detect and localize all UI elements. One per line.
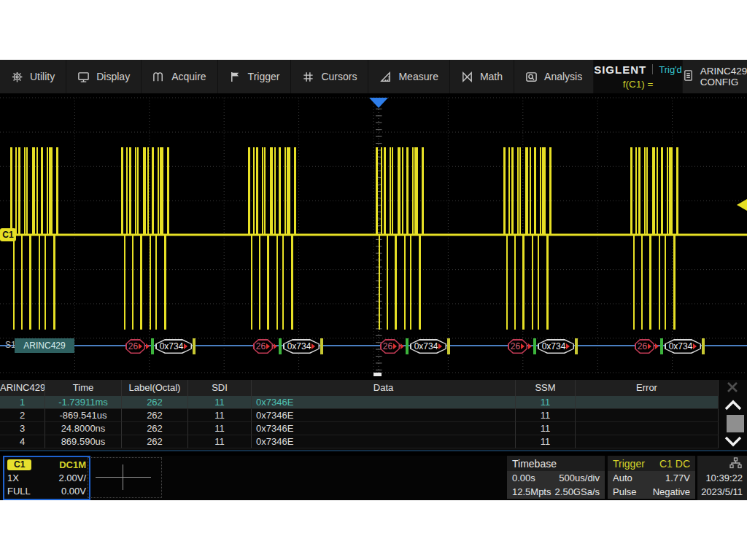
config-label: ARINC429 CONFIG <box>700 66 747 88</box>
trigger-source: C1 DC <box>659 458 690 470</box>
trigger-level: 1.77V <box>665 472 690 483</box>
frame-start-bracket <box>151 338 154 354</box>
menu-item-label: Display <box>96 71 130 82</box>
siglent-logo: SIGLENT <box>594 63 646 76</box>
truncation-arrow-icon <box>393 343 397 349</box>
frame-start-bracket <box>406 338 409 354</box>
menu-item-display[interactable]: Display <box>66 60 142 93</box>
menu-item-math[interactable]: Math <box>450 60 514 93</box>
channel1-box[interactable]: C1 DC1M 1X 2.00V/ FULL 0.00V <box>3 456 90 500</box>
trigger-mode: Auto <box>613 472 632 483</box>
plus-icon <box>96 477 151 478</box>
add-channel-placeholder[interactable] <box>88 457 162 498</box>
column-header-arinc429: ARINC429 <box>0 380 45 396</box>
decode-bus-badge[interactable]: ARINC429 <box>15 338 74 353</box>
table-row[interactable]: 324.8000ns262110x7346E11 <box>0 422 719 435</box>
channel1-offset: 0.00V <box>61 486 86 497</box>
status-bar: C1 DC1M 1X 2.00V/ FULL 0.00V Timebase <box>0 456 747 500</box>
arinc429-config-button[interactable]: ARINC429 CONFIG <box>683 60 747 93</box>
table-cell <box>576 409 719 422</box>
menu-item-label: Measure <box>398 71 438 82</box>
timebase-delay: 0.00s <box>512 472 535 483</box>
channel1-badge: C1 <box>7 459 31 470</box>
timebase-panel[interactable]: Timebase 0.00s 500us/div 12.5Mpts 2.50GS… <box>507 456 605 500</box>
frame-data-capsule: 0x734 <box>283 339 320 354</box>
table-cell: 11 <box>516 435 576 448</box>
frame-label-octagon: 26 <box>253 339 273 354</box>
frame-end-bracket <box>575 338 578 354</box>
table-cell: 262 <box>122 409 188 422</box>
table-cell: -869.541us <box>45 409 122 422</box>
channel1-offset-marker[interactable]: C1 <box>0 228 16 241</box>
table-bottom-divider <box>0 450 747 451</box>
decode-table-body: 1-1.73911ms262110x7346E112-869.541us2621… <box>0 396 747 448</box>
table-cell: 0x7346E <box>252 435 516 448</box>
table-row[interactable]: 1-1.73911ms262110x7346E11 <box>0 396 719 409</box>
truncation-arrow-icon <box>274 343 277 349</box>
truncation-arrow-icon <box>655 343 659 349</box>
truncation-arrow-icon <box>184 343 187 349</box>
table-cell: 4 <box>0 435 45 448</box>
truncation-arrow-icon <box>400 343 404 349</box>
frame-end-bracket <box>702 338 705 354</box>
channel1-attenuation: 1X <box>7 472 19 483</box>
flag-icon <box>229 71 241 83</box>
menu-item-measure[interactable]: Measure <box>368 60 449 93</box>
table-cell: 2 <box>0 409 45 422</box>
trigger-level-marker[interactable] <box>737 199 747 211</box>
menu-item-label: Trigger <box>248 71 280 82</box>
menu-item-acquire[interactable]: Acquire <box>142 60 217 93</box>
chevron-up-icon[interactable] <box>721 397 746 413</box>
screenshot-root: UtilityDisplayAcquireTriggerCursorsMeasu… <box>0 0 747 560</box>
menu-item-utility[interactable]: Utility <box>0 60 66 93</box>
trigger-type: Pulse <box>613 486 637 497</box>
frame-start-bracket <box>279 338 282 354</box>
trigger-status: Trig'd <box>659 64 682 75</box>
list-icon <box>683 69 694 84</box>
frequency-counter: f(C1) = 21.74518kHz <box>594 77 682 92</box>
frame-data-capsule: 0x734 <box>410 339 446 354</box>
table-cell: 11 <box>516 422 576 435</box>
frame-data-capsule: 0x734 <box>538 339 574 354</box>
chevron-down-icon[interactable] <box>721 433 746 449</box>
menu-item-label: Math <box>480 71 503 82</box>
menu-item-label: Utility <box>30 71 55 82</box>
table-cell: 11 <box>188 422 252 435</box>
table-cell: 0x7346E <box>252 409 516 422</box>
clock-panel[interactable]: 10:39:22 2023/5/11 <box>697 456 747 500</box>
table-scrollbar <box>719 380 747 450</box>
frame-label-octagon: 26 <box>508 339 527 354</box>
menu-item-analysis[interactable]: Analysis <box>514 60 594 93</box>
frame-end-bracket <box>193 338 196 354</box>
table-row[interactable]: 2-869.541us262110x7346E11 <box>0 409 719 422</box>
table-cell: 3 <box>0 422 45 435</box>
plus-icon <box>123 464 123 490</box>
trigger-position-marker[interactable] <box>369 98 388 108</box>
table-cell: 24.8000ns <box>45 422 122 435</box>
clock-time: 10:39:22 <box>697 471 747 485</box>
table-cell: 869.590us <box>45 435 122 448</box>
menu-item-cursors[interactable]: Cursors <box>291 60 368 93</box>
trigger-title: Trigger <box>613 458 645 470</box>
oscilloscope-screen: UtilityDisplayAcquireTriggerCursorsMeasu… <box>0 60 747 500</box>
menu-item-trigger[interactable]: Trigger <box>218 60 292 93</box>
timebase-title: Timebase <box>512 458 557 470</box>
frame-data-capsule: 0x734 <box>155 339 192 354</box>
table-row[interactable]: 4869.590us262110x7346E11 <box>0 435 719 448</box>
gear-icon <box>11 71 23 83</box>
waveform-display[interactable]: C1 S1 ARINC429 260x734260x734260x734260x… <box>0 93 747 374</box>
truncation-arrow-icon <box>521 343 525 349</box>
trigger-panel[interactable]: Trigger C1 DC Auto 1.77V Pulse Negative <box>608 456 695 500</box>
scrollbar-thumb[interactable] <box>727 415 744 432</box>
truncation-arrow-icon <box>693 343 697 349</box>
column-header-error: Error <box>576 380 719 396</box>
close-icon[interactable] <box>721 380 744 394</box>
trigger-delay-indicator <box>374 373 382 376</box>
menu-item-label: Analysis <box>544 71 582 82</box>
trigger-slope: Negative <box>653 486 690 497</box>
table-cell: 0x7346E <box>252 396 516 409</box>
frame-end-bracket <box>320 338 323 354</box>
menu-item-label: Acquire <box>171 71 206 82</box>
table-cell: 11 <box>188 435 252 448</box>
truncation-arrow-icon <box>146 343 150 349</box>
